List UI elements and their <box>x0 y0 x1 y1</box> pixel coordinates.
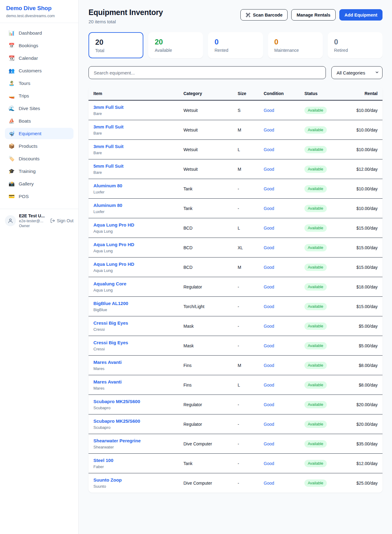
stat-card-available[interactable]: 20 Available <box>148 32 203 58</box>
item-size: - <box>233 277 259 297</box>
item-rental-price: $8.00/day <box>347 375 383 395</box>
item-name-link[interactable]: Steel 100 <box>93 458 174 463</box>
item-condition[interactable]: Good <box>259 140 300 159</box>
item-condition[interactable]: Good <box>259 238 300 257</box>
sidebar-item-gallery[interactable]: 📸 Gallery <box>5 178 74 189</box>
item-name-link[interactable]: 3mm Full Suit <box>93 105 174 110</box>
item-name-link[interactable]: Aqua Lung Pro HD <box>93 222 174 227</box>
sidebar-item-trips[interactable]: 🚤 Trips <box>5 90 74 101</box>
sidebar-item-calendar[interactable]: 📆 Calendar <box>5 52 74 64</box>
item-condition[interactable]: Good <box>259 277 300 297</box>
item-rental-price: $12.00/day <box>347 454 383 473</box>
tag-icon: 🏷️ <box>9 156 15 162</box>
table-row: Scubapro MK25/S600 Scubapro Regulator - … <box>89 395 383 414</box>
status-badge: Available <box>304 224 327 232</box>
table-row: Cressi Big Eyes Cressi Mask - Good Avail… <box>89 316 383 336</box>
add-equipment-button[interactable]: Add Equipment <box>339 9 383 21</box>
person-icon <box>8 218 13 223</box>
sidebar-item-tours[interactable]: 🏝️ Tours <box>5 78 74 89</box>
item-category: Regulator <box>179 277 233 297</box>
table-row: Aluminum 80 Luxfer Tank - Good Available… <box>89 179 383 199</box>
item-condition[interactable]: Good <box>259 257 300 277</box>
sidebar-item-discounts[interactable]: 🏷️ Discounts <box>5 153 74 164</box>
item-name-link[interactable]: Mares Avanti <box>93 360 174 365</box>
sidebar-item-dive-sites[interactable]: 🌊 Dive Sites <box>5 103 74 114</box>
item-name-link[interactable]: Aluminum 80 <box>93 183 174 188</box>
item-name-link[interactable]: Cressi Big Eyes <box>93 320 174 326</box>
item-name-link[interactable]: Suunto Zoop <box>93 477 174 483</box>
table-row: Aqua Lung Pro HD Aqua Lung BCD M Good Av… <box>89 257 383 277</box>
item-size: M <box>233 120 259 140</box>
status-badge: Available <box>304 401 327 408</box>
item-condition[interactable]: Good <box>259 375 300 395</box>
stats-row: 20 Total 20 Available 0 Rented 0 Mainten… <box>89 32 383 58</box>
item-category: BCD <box>179 218 233 238</box>
item-condition[interactable]: Good <box>259 336 300 356</box>
page-title: Equipment Inventory <box>89 8 163 17</box>
sidebar-item-products[interactable]: 📦 Products <box>5 140 74 152</box>
status-badge: Available <box>304 303 327 310</box>
stat-card-maintenance[interactable]: 0 Maintenance <box>268 32 323 58</box>
sidebar-item-bookings[interactable]: 📅 Bookings <box>5 40 74 51</box>
user-name: E2E Test U... <box>19 213 47 218</box>
item-brand: Luxfer <box>93 209 174 214</box>
status-badge: Available <box>304 107 327 114</box>
item-condition[interactable]: Good <box>259 297 300 316</box>
stat-card-retired[interactable]: 0 Retired <box>328 32 383 58</box>
item-rental-price: $10.00/day <box>347 140 383 159</box>
item-name-link[interactable]: Mares Avanti <box>93 379 174 384</box>
item-size: - <box>233 414 259 434</box>
item-name-link[interactable]: Aluminum 80 <box>93 203 174 208</box>
sign-out-button[interactable]: Sign Out <box>50 218 74 223</box>
item-condition[interactable]: Good <box>259 120 300 140</box>
item-condition[interactable]: Good <box>259 316 300 336</box>
item-condition[interactable]: Good <box>259 356 300 375</box>
item-name-link[interactable]: Aqualung Core <box>93 281 174 286</box>
sidebar-item-customers[interactable]: 👥 Customers <box>5 65 74 76</box>
page-header: Equipment Inventory 20 items total Scan … <box>89 8 383 24</box>
table-row: Aluminum 80 Luxfer Tank - Good Available… <box>89 199 383 218</box>
sidebar-item-dashboard[interactable]: 📊 Dashboard <box>5 27 74 39</box>
search-input[interactable] <box>89 66 326 79</box>
item-name-link[interactable]: Aqua Lung Pro HD <box>93 242 174 247</box>
item-name-link[interactable]: Aqua Lung Pro HD <box>93 261 174 267</box>
shop-name[interactable]: Demo Dive Shop <box>6 5 72 12</box>
item-name-link[interactable]: 3mm Full Suit <box>93 144 174 149</box>
stat-card-total[interactable]: 20 Total <box>89 32 143 58</box>
status-badge: Available <box>304 283 327 291</box>
brand-block: Demo Dive Shop demo.test.divestreams.com <box>0 0 78 23</box>
item-condition[interactable]: Good <box>259 179 300 199</box>
item-name-link[interactable]: 3mm Full Suit <box>93 124 174 129</box>
shop-domain: demo.test.divestreams.com <box>6 13 72 18</box>
category-select[interactable]: All Categories <box>331 66 383 79</box>
item-condition[interactable]: Good <box>259 395 300 414</box>
item-condition[interactable]: Good <box>259 454 300 473</box>
stat-card-rented[interactable]: 0 Rented <box>208 32 263 58</box>
equipment-table-card: Item Category Size Condition Status Rent… <box>89 87 383 493</box>
sidebar: Demo Dive Shop demo.test.divestreams.com… <box>0 0 79 534</box>
item-condition[interactable]: Good <box>259 473 300 493</box>
status-badge: Available <box>304 322 327 330</box>
item-condition[interactable]: Good <box>259 199 300 218</box>
item-name-link[interactable]: Scubapro MK25/S600 <box>93 418 174 424</box>
sidebar-item-pos[interactable]: 💳 POS <box>5 191 74 202</box>
item-size: - <box>233 336 259 356</box>
scan-barcode-button[interactable]: Scan Barcode <box>240 9 288 21</box>
sign-out-label: Sign Out <box>57 218 74 223</box>
manage-rentals-button[interactable]: Manage Rentals <box>291 9 335 21</box>
sidebar-nav: 📊 Dashboard 📅 Bookings 📆 Calendar 👥 Cust… <box>0 23 78 206</box>
sidebar-item-equipment[interactable]: 🤿 Equipment <box>5 128 74 139</box>
item-condition[interactable]: Good <box>259 159 300 179</box>
item-name-link[interactable]: Scubapro MK25/S600 <box>93 399 174 404</box>
item-condition[interactable]: Good <box>259 434 300 454</box>
item-condition[interactable]: Good <box>259 100 300 120</box>
item-condition[interactable]: Good <box>259 218 300 238</box>
item-name-link[interactable]: BigBlue AL1200 <box>93 301 174 306</box>
sidebar-item-training[interactable]: 🎓 Training <box>5 166 74 177</box>
item-name-link[interactable]: Shearwater Peregrine <box>93 438 174 443</box>
item-brand: Faber <box>93 464 174 469</box>
item-name-link[interactable]: 5mm Full Suit <box>93 163 174 169</box>
item-name-link[interactable]: Cressi Big Eyes <box>93 340 174 345</box>
item-condition[interactable]: Good <box>259 414 300 434</box>
sidebar-item-boats[interactable]: ⛵ Boats <box>5 115 74 127</box>
